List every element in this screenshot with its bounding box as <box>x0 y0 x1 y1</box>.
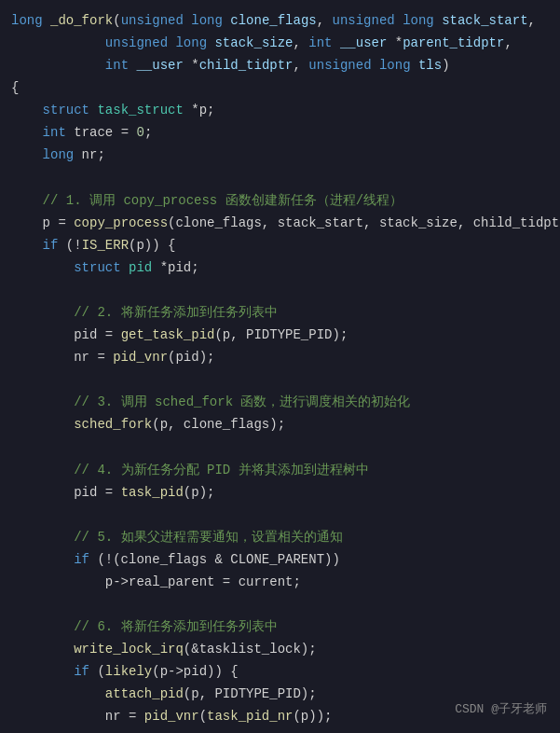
code-line: // 6. 将新任务添加到任务列表中 <box>11 615 549 638</box>
code-line: // 5. 如果父进程需要通知，设置相关的通知 <box>11 526 549 548</box>
code-line <box>11 593 549 615</box>
token-plain <box>11 147 43 162</box>
token-kw: long <box>175 35 207 50</box>
token-plain: nr = <box>11 350 113 365</box>
token-kw: unsigned <box>121 13 184 28</box>
code-line: // 2. 将新任务添加到任务列表中 <box>11 301 549 324</box>
token-plain: ( <box>89 664 105 679</box>
token-plain <box>11 260 74 275</box>
token-plain: * <box>184 58 199 73</box>
code-line: p = copy_process(clone_flags, stack_star… <box>11 212 549 234</box>
token-kw: long <box>43 147 75 162</box>
token-comment: // 3. 调用 sched_fork 函数，进行调度相关的初始化 <box>11 394 410 409</box>
token-kw: if <box>11 238 58 253</box>
token-plain: , <box>528 13 544 28</box>
code-line: nr = pid_vnr(pid); <box>11 346 549 368</box>
token-plain <box>11 35 105 50</box>
token-plain: , <box>294 58 309 73</box>
code-line: if (!IS_ERR(p)) { <box>11 234 549 256</box>
token-plain <box>11 686 105 701</box>
code-line: long _do_fork(unsigned long clone_flags,… <box>11 9 549 32</box>
code-line: struct task_struct *p; <box>11 99 549 121</box>
code-line: int __user *child_tidptr, unsigned long … <box>11 54 549 76</box>
code-line: int trace = 0; <box>11 121 549 144</box>
token-plain: clone_flags, stack_start, stack_size, ch… <box>175 215 560 230</box>
token-plain <box>43 13 50 28</box>
token-plain: nr = <box>11 709 144 724</box>
token-plain: *p; <box>184 103 215 118</box>
token-fn: _do_fork <box>50 13 113 28</box>
token-plain <box>11 103 43 118</box>
token-fn: IS_ERR <box>82 238 129 253</box>
code-line <box>11 436 549 458</box>
token-plain: (pid); <box>168 350 214 365</box>
token-plain: p->real_parent = current; <box>11 574 301 589</box>
token-param: tls <box>418 58 442 73</box>
token-plain <box>184 13 191 28</box>
token-plain <box>395 13 403 28</box>
token-plain: (p, clone_flags); <box>152 417 285 432</box>
watermark: CSDN @子牙老师 <box>455 700 547 720</box>
code-line: sched_fork(p, clone_flags); <box>11 413 549 436</box>
token-param: __user <box>136 58 183 73</box>
token-plain: { <box>11 80 19 95</box>
token-plain: ) <box>442 58 449 73</box>
token-plain: (p)) { <box>129 238 175 253</box>
code-line: unsigned long stack_size, int __user *pa… <box>11 32 549 54</box>
token-param: parent_tidptr <box>403 35 504 50</box>
token-plain: (p, PIDTYPE_PID); <box>184 686 317 701</box>
token-plain: pid = <box>11 327 121 342</box>
token-param: stack_start <box>442 13 527 28</box>
token-plain: (!(clone_flags & CLONE_PARENT)) <box>89 552 340 567</box>
token-plain <box>11 125 43 140</box>
token-kw: unsigned <box>308 58 371 73</box>
token-kw: long <box>11 13 43 28</box>
token-plain <box>11 58 105 73</box>
token-kw: unsigned <box>105 35 168 50</box>
token-kw: unsigned <box>333 13 395 28</box>
code-line <box>11 279 549 301</box>
token-plain: (p)); <box>293 709 332 724</box>
token-comment: // 5. 如果父进程需要通知，设置相关的通知 <box>11 530 343 545</box>
token-comment: // 6. 将新任务添加到任务列表中 <box>11 619 278 634</box>
token-kw-type: pid <box>129 260 152 275</box>
token-comment: // 2. 将新任务添加到任务列表中 <box>11 305 278 320</box>
code-line: { <box>11 76 549 99</box>
token-fn: task_pid_nr <box>207 709 293 724</box>
token-param: stack_size <box>214 35 293 50</box>
token-plain: (&tasklist_lock); <box>184 642 317 657</box>
token-plain <box>66 125 74 140</box>
token-plain: ( <box>199 709 207 724</box>
token-plain: * <box>387 35 403 50</box>
code-line: p->real_parent = current; <box>11 571 549 593</box>
token-plain: (! <box>58 238 81 253</box>
token-fn: copy_process <box>74 215 168 230</box>
token-plain: ; <box>144 125 152 140</box>
code-line: if (!(clone_flags & CLONE_PARENT)) <box>11 548 549 571</box>
token-plain <box>11 417 74 432</box>
token-fn: pid_vnr <box>113 350 168 365</box>
token-kw: long <box>403 13 434 28</box>
token-plain <box>434 13 442 28</box>
token-plain <box>411 58 418 73</box>
token-kw: struct <box>43 103 89 118</box>
token-plain: (p); <box>184 485 215 500</box>
token-kw: int <box>43 125 66 140</box>
code-line: // 4. 为新任务分配 PID 并将其添加到进程树中 <box>11 459 549 481</box>
token-comment: // 1. 调用 copy_process 函数创建新任务（进程/线程） <box>11 193 403 208</box>
token-kw-type: task_struct <box>97 103 183 118</box>
code-line <box>11 368 549 391</box>
token-kw: long <box>191 13 223 28</box>
token-fn: pid_vnr <box>144 709 199 724</box>
code-line: pid = get_task_pid(p, PIDTYPE_PID); <box>11 324 549 346</box>
token-plain: = <box>113 125 136 140</box>
token-plain: *pid; <box>152 260 198 275</box>
code-content: long _do_fork(unsigned long clone_flags,… <box>11 9 549 728</box>
token-plain: pid = <box>11 485 121 500</box>
token-plain: (p, PIDTYPE_PID); <box>214 327 348 342</box>
code-line: long nr; <box>11 144 549 166</box>
token-fn: get_task_pid <box>121 327 215 342</box>
token-plain: (p->pid)) { <box>152 664 238 679</box>
token-plain <box>121 260 129 275</box>
code-line: write_lock_irq(&tasklist_lock); <box>11 638 549 660</box>
